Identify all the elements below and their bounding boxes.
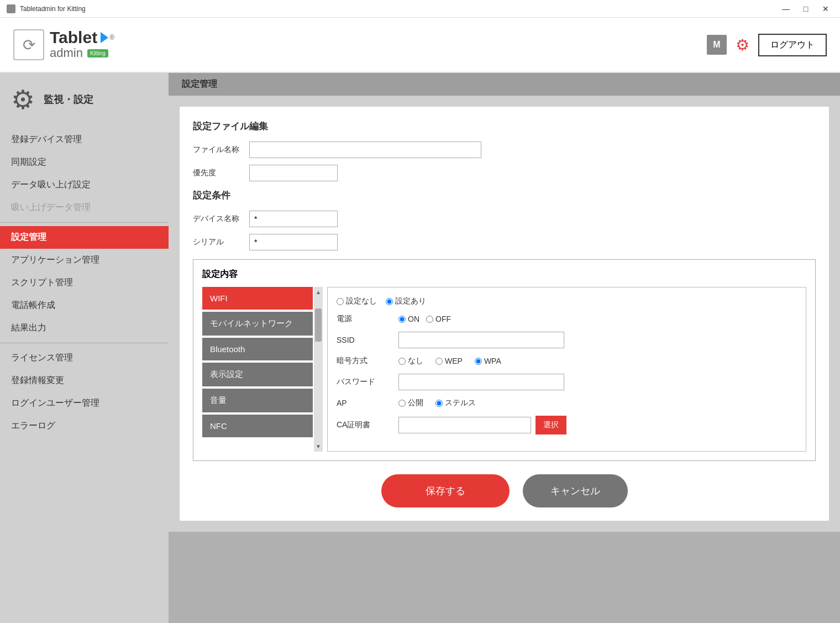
sidebar-item-error-log[interactable]: エラーログ [0,415,169,437]
form-panel: 設定ファイル編集 ファイル名称 優先度 設定条件 デバイス名称 [180,107,829,521]
ap-public-radio[interactable] [398,400,406,407]
main: ⚙ 監視・設定 登録デバイス管理 同期設定 データ吸い上げ設定 吸い上げデータ管… [0,73,840,623]
sidebar-item-phone-book[interactable]: 電話帳作成 [0,294,169,317]
ssid-input[interactable] [398,332,564,348]
password-input[interactable] [398,374,564,390]
app-icon [7,4,15,13]
enc-none-radio[interactable] [398,358,406,365]
setting-presence-row: 設定なし 設定あり [337,296,797,306]
settings-list: WIFI モバイルネットワーク Bluetooth 表示設定 音量 NFC [202,287,313,452]
scrollbar: ▲ ▼ [314,287,323,452]
power-label: 電源 [337,314,392,324]
enc-wpa-radio[interactable] [475,358,482,365]
settings-content-title: 設定内容 [202,269,806,280]
sidebar-item-upload-data-mgmt: 吸い上げデータ管理 [0,196,169,219]
priority-input[interactable] [249,165,338,181]
device-name-input[interactable] [249,211,338,227]
power-on-radio[interactable] [398,316,406,323]
sidebar-item-output[interactable]: 結果出力 [0,317,169,339]
list-item-nfc[interactable]: NFC [202,415,313,437]
file-name-input[interactable] [249,142,481,158]
list-item-display-settings[interactable]: 表示設定 [202,363,313,386]
sidebar-item-registration-info[interactable]: 登録情報変更 [0,369,169,392]
device-name-label: デバイス名称 [193,214,243,224]
logo-tablet: Tablet [50,29,97,46]
sidebar-item-license-management[interactable]: ライセンス管理 [0,347,169,369]
encryption-row: 暗号方式 なし WEP [337,356,797,366]
priority-label: 優先度 [193,168,243,178]
sidebar-item-registered-devices[interactable]: 登録デバイス管理 [0,128,169,151]
ap-public-label: 公開 [408,398,423,408]
list-item-bluetooth[interactable]: Bluetooth [202,338,313,360]
priority-row: 優先度 [193,165,816,181]
content-body: 設定ファイル編集 ファイル名称 優先度 設定条件 デバイス名称 [169,96,840,532]
password-label: パスワード [337,377,392,387]
gear-icon[interactable]: ⚙ [736,36,749,54]
no-setting-label: 設定なし [346,296,377,306]
with-setting-radio[interactable] [386,298,393,305]
password-row: パスワード [337,374,797,390]
save-button[interactable]: 保存する [381,474,510,507]
sidebar-item-login-user-mgmt[interactable]: ログインユーザー管理 [0,392,169,415]
scroll-down-arrow[interactable]: ▼ [313,441,323,452]
enc-wep-label: WEP [445,357,463,365]
no-setting-radio[interactable] [337,298,344,305]
logo-admin: admin [50,46,83,60]
ap-public-option[interactable]: 公開 [398,398,423,408]
ca-label: CA証明書 [337,420,392,430]
list-item-volume[interactable]: 音量 [202,389,313,412]
sidebar-item-config-management[interactable]: 設定管理 [0,226,169,249]
titlebar-title: Tabletadmin for Kitting [20,5,86,13]
list-item-mobile-network[interactable]: モバイルネットワーク [202,312,313,336]
button-row: 保存する キャンセル [193,474,816,507]
settings-layout: WIFI モバイルネットワーク Bluetooth 表示設定 音量 NFC ▲ … [202,287,806,452]
device-name-row: デバイス名称 [193,211,816,227]
power-on-label: ON [408,315,419,323]
ca-select-button[interactable]: 選択 [536,416,566,434]
cancel-button[interactable]: キャンセル [523,474,628,507]
settings-list-area: WIFI モバイルネットワーク Bluetooth 表示設定 音量 NFC ▲ … [202,287,323,452]
minimize-button[interactable]: — [778,3,794,15]
titlebar-left: Tabletadmin for Kitting [7,4,86,13]
settings-content-box: 設定内容 WIFI モバイルネットワーク Bluetooth 表示設定 音量 N… [193,259,816,461]
sidebar-gear-icon: ⚙ [11,84,35,115]
ca-input[interactable] [398,417,531,433]
sidebar-item-data-upload[interactable]: データ吸い上げ設定 [0,174,169,196]
enc-wpa-option[interactable]: WPA [475,357,501,365]
scrollbar-thumb[interactable] [315,308,322,342]
sidebar-item-script-management[interactable]: スクリプト管理 [0,271,169,294]
titlebar-controls: — □ ✕ [778,3,833,15]
sidebar-item-sync-settings[interactable]: 同期設定 [0,151,169,174]
sidebar-item-app-management[interactable]: アプリケーション管理 [0,249,169,271]
logout-button[interactable]: ログアウト [758,34,827,56]
ap-stealth-radio[interactable] [435,400,443,407]
file-name-row: ファイル名称 [193,142,816,158]
logo-reg: ® [109,34,114,41]
power-off-option[interactable]: OFF [426,315,451,323]
power-on-option[interactable]: ON [398,315,419,323]
header-right: M ⚙ ログアウト [707,34,827,56]
scroll-up-arrow[interactable]: ▲ [313,287,323,297]
enc-none-option[interactable]: なし [398,356,423,366]
ap-stealth-option[interactable]: ステルス [435,398,476,408]
enc-wep-option[interactable]: WEP [435,357,463,365]
sidebar-menu: 登録デバイス管理 同期設定 データ吸い上げ設定 吸い上げデータ管理 設定管理 ア… [0,128,169,437]
list-item-wifi[interactable]: WIFI [202,287,313,310]
power-off-label: OFF [435,315,451,323]
encryption-label: 暗号方式 [337,356,392,366]
close-button[interactable]: ✕ [818,3,833,15]
m-badge: M [707,35,727,55]
no-setting-option[interactable]: 設定なし [337,296,377,306]
maximize-button[interactable]: □ [798,3,813,15]
power-off-radio[interactable] [426,316,433,323]
serial-label: シリアル [193,237,243,247]
serial-input[interactable] [249,234,338,250]
with-setting-option[interactable]: 設定あり [386,296,426,306]
settings-right-panel: 設定なし 設定あり 電源 [327,287,806,452]
content: 設定管理 設定ファイル編集 ファイル名称 優先度 設定条件 デバイス名 [169,73,840,623]
ca-cert-row: CA証明書 選択 [337,416,797,434]
sidebar-section-title: 監視・設定 [44,93,93,106]
sidebar-top: ⚙ 監視・設定 [0,73,169,128]
file-name-label: ファイル名称 [193,145,243,155]
enc-wep-radio[interactable] [435,358,443,365]
